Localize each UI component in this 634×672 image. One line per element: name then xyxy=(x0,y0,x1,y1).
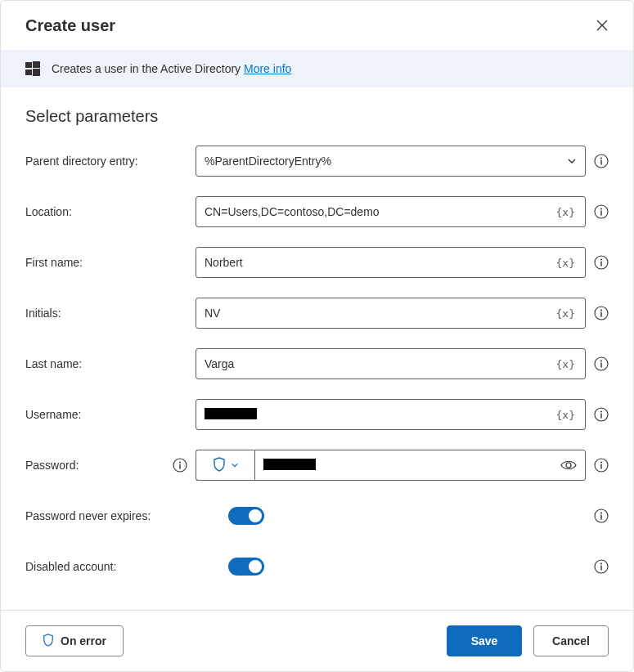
first-name-value: Norbert xyxy=(205,256,555,269)
label-location: Location: xyxy=(25,205,196,218)
on-error-button[interactable]: On error xyxy=(25,625,124,656)
info-icon-initials[interactable] xyxy=(594,306,609,320)
svg-rect-21 xyxy=(600,414,601,419)
shield-icon xyxy=(43,634,54,649)
label-parent-directory: Parent directory entry: xyxy=(25,155,196,168)
row-first-name: First name: Norbert {x} xyxy=(25,247,609,278)
svg-rect-0 xyxy=(25,62,32,68)
svg-point-17 xyxy=(600,360,602,361)
variable-badge[interactable]: {x} xyxy=(555,257,577,269)
label-username: Username: xyxy=(25,408,196,421)
svg-point-30 xyxy=(600,512,602,513)
on-error-label: On error xyxy=(61,634,106,647)
svg-rect-6 xyxy=(600,160,601,165)
svg-rect-1 xyxy=(33,61,40,68)
info-icon-password-label[interactable] xyxy=(173,458,187,473)
parent-directory-dropdown[interactable]: %ParentDirectoryEntry% xyxy=(196,146,586,177)
row-last-name: Last name: Varga {x} xyxy=(25,348,609,379)
label-last-name: Last name: xyxy=(25,357,196,370)
banner-text: Creates a user in the Active Directory M… xyxy=(52,62,291,75)
username-value xyxy=(205,408,555,422)
row-initials: Initials: NV {x} xyxy=(25,298,609,329)
info-icon-password[interactable] xyxy=(594,458,609,473)
create-user-panel: Create user Creates a user in the Active… xyxy=(0,0,634,672)
username-input[interactable]: {x} xyxy=(196,399,586,430)
svg-rect-18 xyxy=(600,363,601,368)
label-first-name: First name: xyxy=(25,256,196,269)
more-info-link[interactable]: More info xyxy=(244,62,291,75)
parent-directory-value: %ParentDirectoryEntry% xyxy=(205,155,567,168)
svg-point-14 xyxy=(600,309,602,311)
panel-footer: On error Save Cancel xyxy=(1,610,633,671)
info-icon-username[interactable] xyxy=(594,407,609,422)
cancel-label: Cancel xyxy=(552,634,590,647)
variable-badge[interactable]: {x} xyxy=(555,206,577,218)
show-password-button[interactable] xyxy=(560,459,577,471)
svg-point-33 xyxy=(600,562,602,564)
chevron-down-icon xyxy=(567,156,577,166)
password-type-dropdown[interactable] xyxy=(196,450,254,481)
variable-badge[interactable]: {x} xyxy=(555,358,577,370)
page-title: Create user xyxy=(25,16,115,35)
svg-point-20 xyxy=(600,410,602,412)
cancel-button[interactable]: Cancel xyxy=(533,625,609,656)
chevron-down-icon xyxy=(231,461,239,469)
variable-badge[interactable]: {x} xyxy=(555,307,577,320)
svg-point-23 xyxy=(179,461,181,463)
save-label: Save xyxy=(471,634,498,647)
label-password: Password: xyxy=(25,458,196,473)
location-input[interactable]: CN=Users,DC=contoso,DC=demo {x} xyxy=(196,196,586,227)
svg-point-8 xyxy=(600,208,602,209)
svg-point-27 xyxy=(600,461,602,463)
info-icon-location[interactable] xyxy=(594,204,609,219)
pw-never-expires-toggle[interactable] xyxy=(228,507,264,525)
row-location: Location: CN=Users,DC=contoso,DC=demo {x… xyxy=(25,196,609,227)
close-button[interactable] xyxy=(589,12,615,38)
redacted-value xyxy=(263,459,316,470)
banner-description: Creates a user in the Active Directory xyxy=(52,62,241,75)
row-pw-never-expires: Password never expires: xyxy=(25,500,609,531)
windows-icon xyxy=(25,61,40,76)
disabled-account-toggle[interactable] xyxy=(228,558,264,576)
info-icon-disabled-account[interactable] xyxy=(594,559,609,574)
row-username: Username: {x} xyxy=(25,399,609,430)
svg-rect-2 xyxy=(25,69,32,75)
svg-rect-15 xyxy=(600,312,601,317)
form-content: Select parameters Parent directory entry… xyxy=(1,87,633,610)
row-disabled-account: Disabled account: xyxy=(25,551,609,582)
svg-rect-34 xyxy=(600,566,601,571)
password-input[interactable] xyxy=(254,450,586,481)
row-password: Password: xyxy=(25,450,609,481)
eye-icon xyxy=(560,459,577,471)
panel-header: Create user xyxy=(1,1,633,50)
first-name-input[interactable]: Norbert {x} xyxy=(196,247,586,278)
redacted-value xyxy=(205,408,257,419)
row-parent-directory: Parent directory entry: %ParentDirectory… xyxy=(25,146,609,177)
svg-rect-24 xyxy=(179,464,180,469)
svg-point-11 xyxy=(600,258,602,260)
info-icon-pw-never-expires[interactable] xyxy=(594,508,609,523)
label-initials: Initials: xyxy=(25,307,196,320)
info-icon-parent-directory[interactable] xyxy=(594,154,609,168)
initials-input[interactable]: NV {x} xyxy=(196,298,586,329)
svg-rect-31 xyxy=(600,515,601,520)
svg-point-25 xyxy=(566,463,571,468)
last-name-value: Varga xyxy=(205,357,555,370)
svg-point-5 xyxy=(600,157,602,159)
variable-badge[interactable]: {x} xyxy=(555,409,577,421)
label-disabled-account: Disabled account: xyxy=(25,560,196,573)
info-banner: Creates a user in the Active Directory M… xyxy=(1,50,633,87)
save-button[interactable]: Save xyxy=(447,625,522,656)
info-icon-first-name[interactable] xyxy=(594,255,609,270)
svg-rect-28 xyxy=(600,464,601,469)
password-value xyxy=(263,459,560,473)
info-icon-last-name[interactable] xyxy=(594,356,609,371)
last-name-input[interactable]: Varga {x} xyxy=(196,348,586,379)
label-pw-never-expires: Password never expires: xyxy=(25,509,196,522)
location-value: CN=Users,DC=contoso,DC=demo xyxy=(205,205,555,218)
svg-rect-3 xyxy=(33,69,40,76)
svg-rect-12 xyxy=(600,262,601,267)
section-title: Select parameters xyxy=(25,107,609,126)
svg-rect-9 xyxy=(600,211,601,216)
initials-value: NV xyxy=(205,307,555,320)
